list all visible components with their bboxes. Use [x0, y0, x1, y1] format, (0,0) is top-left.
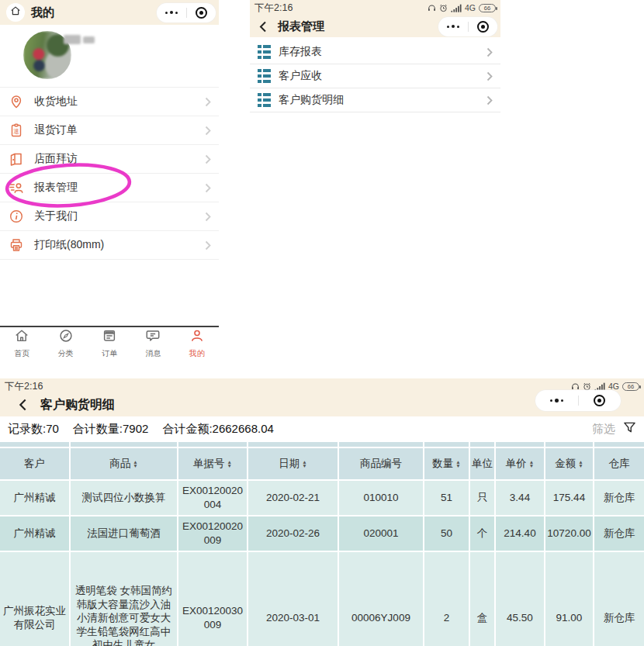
sort-icon[interactable]: ▲▼ — [529, 460, 534, 468]
close-minimize-button[interactable] — [579, 390, 621, 411]
table-cell-amount: 175.44 — [545, 481, 593, 515]
back-button[interactable] — [259, 21, 267, 36]
svg-text:退: 退 — [13, 128, 19, 135]
status-bar: 下午2:16 4G 66 — [250, 0, 500, 16]
table-cell-unit-price: 214.40 — [496, 516, 544, 551]
target-icon — [477, 21, 489, 33]
column-header-quantity[interactable]: 数量▲▼ — [424, 448, 469, 479]
tab-category[interactable]: 分类 — [43, 327, 87, 360]
column-header-date[interactable]: 日期▲▼ — [248, 448, 338, 479]
table-strip-cell — [178, 442, 247, 447]
table-cell-product-code: 00006YJ009 — [339, 552, 423, 646]
table-cell-date: 2020-02-26 — [248, 516, 338, 551]
record-count: 记录数:70 — [8, 422, 59, 437]
table-strip-cell — [339, 442, 423, 447]
close-minimize-button[interactable] — [469, 17, 498, 36]
chevron-right-icon — [205, 240, 211, 250]
back-button[interactable] — [19, 399, 27, 414]
target-icon — [594, 395, 605, 406]
purchase-detail-panel: 下午2:16 4G 66 客户购货明细 记录数:70 合计数量:7902 合计金… — [0, 378, 644, 646]
table-strip-cell — [496, 442, 544, 447]
tab-home[interactable]: 首页 — [0, 327, 43, 360]
headphones-icon — [428, 4, 436, 12]
sort-icon[interactable]: ▲▼ — [227, 460, 232, 468]
sort-icon[interactable]: ▲▼ — [578, 460, 583, 468]
sort-icon[interactable]: ▲▼ — [455, 460, 460, 468]
table-cell-order-no: EX00120020009 — [178, 516, 247, 551]
summary-bar: 记录数:70 合计数量:7902 合计金额:2662668.04 筛选 — [0, 417, 644, 440]
tab-messages[interactable]: 消息 — [131, 327, 175, 360]
total-amount: 合计金额:2662668.04 — [162, 422, 273, 437]
sort-icon[interactable]: ▲▼ — [302, 460, 306, 468]
report-item-label: 客户购货明细 — [279, 93, 344, 107]
close-minimize-button[interactable] — [187, 3, 216, 22]
report-list: 库存报表 客户应收 客户购货明细 — [250, 40, 500, 112]
report-item-label: 客户应收 — [279, 69, 322, 83]
chevron-right-icon — [205, 126, 211, 136]
purchase-detail-table: 客户 商品▲▼ 单据号▲▼ 日期▲▼ 商品编号 数量▲▼ 单位 单价▲▼ 金额▲… — [0, 442, 644, 646]
table-cell-product-code: 010010 — [339, 481, 423, 515]
status-time: 下午2:16 — [5, 380, 43, 393]
mini-program-capsule — [438, 17, 497, 36]
return-order-icon: 退 — [8, 122, 25, 139]
menu-item-label: 打印纸(80mm) — [34, 238, 104, 252]
table-cell-unit: 个 — [470, 516, 494, 551]
column-header-unit-price[interactable]: 单价▲▼ — [496, 448, 544, 479]
table-cell-product: 测试四位小数换算 — [71, 481, 177, 515]
menu-item-about-us[interactable]: 关于我们 — [0, 202, 219, 231]
more-menu-button[interactable] — [438, 17, 468, 36]
tab-label: 订单 — [102, 348, 117, 359]
home-button[interactable] — [6, 3, 25, 22]
column-header-order-no[interactable]: 单据号▲▼ — [178, 448, 247, 479]
tab-orders[interactable]: 订单 — [88, 327, 131, 360]
table-strip-cell — [0, 442, 69, 447]
report-item-label: 库存报表 — [279, 45, 322, 59]
page-title: 我的 — [31, 5, 54, 20]
table-cell-customer: 广州振花实业有限公司 — [0, 552, 69, 646]
menu-item-store-visit[interactable]: 店面拜访 — [0, 145, 219, 174]
ellipsis-icon — [165, 11, 178, 15]
menu-item-print-paper[interactable]: 打印纸(80mm) — [0, 231, 219, 260]
table-cell-quantity: 51 — [424, 481, 469, 515]
table-cell-warehouse: 新仓库 — [594, 481, 644, 515]
report-item-receivable[interactable]: 客户应收 — [250, 64, 500, 88]
home-icon — [14, 328, 29, 347]
username-redacted — [83, 36, 95, 43]
menu-item-shipping-address[interactable]: 收货地址 — [0, 88, 219, 116]
tab-label: 我的 — [189, 348, 205, 359]
headphones-icon — [571, 382, 580, 390]
column-header-amount[interactable]: 金额▲▼ — [545, 448, 593, 479]
printer-icon — [8, 237, 25, 254]
chevron-right-icon — [486, 47, 493, 57]
column-header-product[interactable]: 商品▲▼ — [71, 448, 177, 479]
chevron-right-icon — [205, 212, 211, 222]
signal-bars-icon — [594, 382, 605, 391]
tab-label: 首页 — [14, 348, 29, 359]
list-icon — [258, 69, 271, 84]
tab-my[interactable]: 我的 — [175, 327, 219, 360]
battery-icon: 66 — [479, 4, 496, 12]
ellipsis-icon — [550, 399, 563, 402]
table-strip-cell — [594, 442, 644, 447]
list-icon — [258, 93, 271, 108]
table-strip-cell — [545, 442, 593, 447]
sort-icon[interactable]: ▲▼ — [133, 460, 137, 468]
more-menu-button[interactable] — [535, 390, 578, 411]
table-cell-unit-price: 45.50 — [496, 552, 544, 646]
status-time: 下午2:16 — [254, 2, 293, 15]
more-menu-button[interactable] — [157, 3, 186, 22]
table-cell-amount: 10720.00 — [545, 516, 593, 551]
report-item-inventory[interactable]: 库存报表 — [250, 40, 500, 64]
filter-button[interactable]: 筛选 — [592, 421, 636, 437]
table-cell-order-no: EX00120030009 — [178, 552, 247, 646]
signal-bars-icon — [451, 4, 462, 12]
chevron-right-icon — [486, 95, 493, 105]
table-cell-customer: 广州精诚 — [0, 481, 69, 515]
report-management-icon — [8, 179, 25, 196]
column-header-customer: 客户 — [0, 448, 69, 479]
column-header-unit: 单位 — [470, 448, 494, 479]
menu-item-report-management[interactable]: 报表管理 — [0, 174, 219, 202]
table-cell-warehouse: 新仓库 — [594, 516, 644, 551]
menu-item-return-orders[interactable]: 退 退货订单 — [0, 116, 219, 145]
report-item-purchase-detail[interactable]: 客户购货明细 — [250, 88, 500, 112]
